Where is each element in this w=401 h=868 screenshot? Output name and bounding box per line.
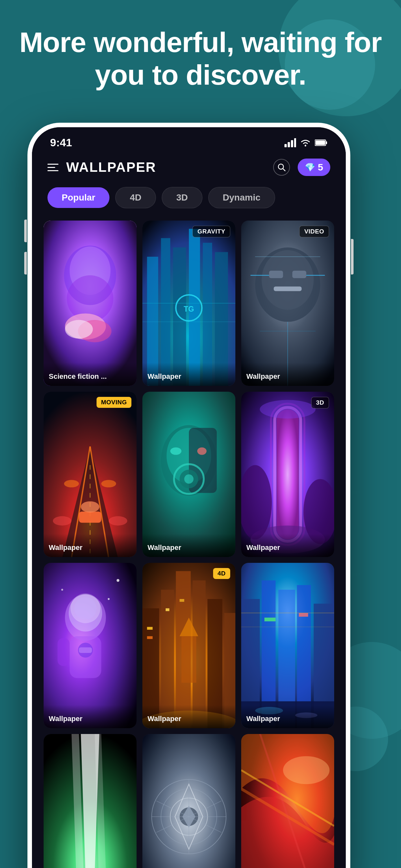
- svg-rect-88: [166, 609, 169, 611]
- menu-line-1: [48, 164, 58, 165]
- card-9-label-text: Wallpaper: [246, 715, 280, 723]
- card-art-11: [143, 734, 235, 868]
- card-2-badge: GRAVITY: [192, 226, 230, 237]
- status-bar: 9:41: [32, 127, 346, 152]
- svg-point-77: [61, 589, 63, 591]
- svg-point-45: [101, 480, 116, 487]
- svg-rect-31: [269, 271, 283, 278]
- card-art-1: [43, 221, 136, 386]
- gem-icon: 💎: [305, 162, 315, 173]
- svg-rect-0: [284, 144, 287, 147]
- svg-rect-60: [276, 409, 299, 539]
- svg-point-55: [197, 447, 207, 455]
- card-art-6: [241, 392, 334, 557]
- app-title: WALLPAPER: [66, 159, 156, 175]
- wallpaper-card-5[interactable]: Wallpaper: [143, 392, 235, 557]
- phone-mockup: 9:41: [27, 123, 376, 868]
- card-1-label: Science fiction ...: [43, 363, 136, 386]
- gem-count: 5: [318, 162, 323, 173]
- svg-point-47: [109, 516, 127, 526]
- signal-icon: [284, 138, 296, 147]
- svg-point-46: [53, 516, 72, 526]
- status-icons: [284, 138, 328, 147]
- tab-dynamic[interactable]: Dynamic: [208, 187, 275, 208]
- card-art-3: [241, 221, 334, 386]
- card-6-label: Wallpaper: [241, 534, 334, 557]
- card-5-label-text: Wallpaper: [148, 544, 181, 552]
- wallpaper-card-6[interactable]: 3D Wallpaper: [241, 392, 334, 557]
- wallpaper-card-2[interactable]: TG GRAVITY Wallpaper: [143, 221, 235, 386]
- wallpaper-card-4[interactable]: MOVING Wallpaper: [43, 392, 136, 557]
- svg-rect-92: [181, 636, 196, 683]
- wallpaper-card-8[interactable]: 4D Wallpaper: [143, 563, 235, 728]
- search-button[interactable]: [273, 159, 290, 176]
- svg-rect-32: [292, 271, 306, 278]
- svg-point-76: [117, 579, 120, 582]
- card-2-label: Wallpaper: [143, 363, 235, 386]
- card-4-label-text: Wallpaper: [49, 544, 82, 552]
- volume-up-button: [24, 220, 27, 242]
- card-8-label: Wallpaper: [143, 705, 235, 728]
- svg-rect-2: [291, 140, 293, 147]
- svg-rect-89: [180, 599, 184, 602]
- menu-button[interactable]: [48, 164, 58, 171]
- svg-point-54: [170, 447, 181, 455]
- app-header: WALLPAPER 💎 5: [32, 152, 346, 182]
- card-5-label: Wallpaper: [143, 534, 235, 557]
- svg-rect-86: [147, 627, 152, 630]
- svg-rect-33: [274, 286, 302, 291]
- phone-screen: 9:41: [32, 127, 346, 868]
- svg-rect-7: [315, 141, 325, 145]
- wallpaper-card-1[interactable]: Science fiction ...: [43, 221, 136, 386]
- card-3-label-text: Wallpaper: [246, 372, 280, 380]
- wallpaper-grid: Science fiction ...: [32, 216, 346, 868]
- search-icon: [277, 163, 286, 172]
- card-art-8: [143, 563, 235, 728]
- power-button: [351, 239, 353, 275]
- svg-point-58: [184, 474, 194, 484]
- battery-icon: [315, 139, 328, 146]
- svg-point-49: [81, 501, 99, 513]
- hero-title: More wonderful, waiting for you to disco…: [19, 26, 382, 91]
- svg-rect-1: [288, 142, 290, 147]
- card-art-2: TG: [143, 221, 235, 386]
- card-8-badge: 4D: [213, 568, 230, 579]
- card-art-4: [43, 392, 136, 557]
- card-8-label-text: Wallpaper: [148, 715, 181, 723]
- wallpaper-card-11[interactable]: [143, 734, 235, 868]
- svg-point-44: [64, 480, 79, 487]
- tab-3d[interactable]: 3D: [162, 187, 203, 208]
- card-1-label-text: Science fiction ...: [49, 372, 107, 380]
- card-4-badge: MOVING: [96, 397, 131, 408]
- svg-point-16: [65, 320, 93, 339]
- wifi-icon: [300, 138, 311, 147]
- card-art-12: [241, 734, 334, 868]
- menu-line-3: [48, 170, 58, 171]
- card-6-badge: 3D: [311, 397, 329, 408]
- wallpaper-card-9[interactable]: Wallpaper: [241, 563, 334, 728]
- svg-rect-99: [265, 618, 276, 622]
- card-9-label: Wallpaper: [241, 705, 334, 728]
- svg-text:TG: TG: [184, 305, 194, 313]
- header-right: 💎 5: [273, 159, 330, 176]
- svg-rect-87: [147, 636, 152, 639]
- wallpaper-card-12[interactable]: [241, 734, 334, 868]
- tab-4d[interactable]: 4D: [115, 187, 156, 208]
- svg-rect-3: [294, 138, 296, 147]
- card-art-10: [43, 734, 136, 868]
- wallpaper-card-7[interactable]: Wallpaper: [43, 563, 136, 728]
- svg-rect-73: [58, 638, 69, 666]
- card-4-label: Wallpaper: [43, 534, 136, 557]
- header-left: WALLPAPER: [48, 159, 156, 175]
- wallpaper-card-10[interactable]: [43, 734, 136, 868]
- wallpaper-card-3[interactable]: VIDEO Wallpaper: [241, 221, 334, 386]
- tab-popular[interactable]: Popular: [48, 187, 110, 208]
- svg-line-9: [283, 168, 285, 171]
- card-art-9: [241, 563, 334, 728]
- card-3-label: Wallpaper: [241, 363, 334, 386]
- card-art-5: [143, 392, 235, 557]
- volume-down-button: [24, 252, 27, 275]
- category-tabs: Popular 4D 3D Dynamic: [32, 182, 346, 216]
- gems-badge[interactable]: 💎 5: [298, 159, 330, 176]
- svg-point-127: [283, 756, 330, 784]
